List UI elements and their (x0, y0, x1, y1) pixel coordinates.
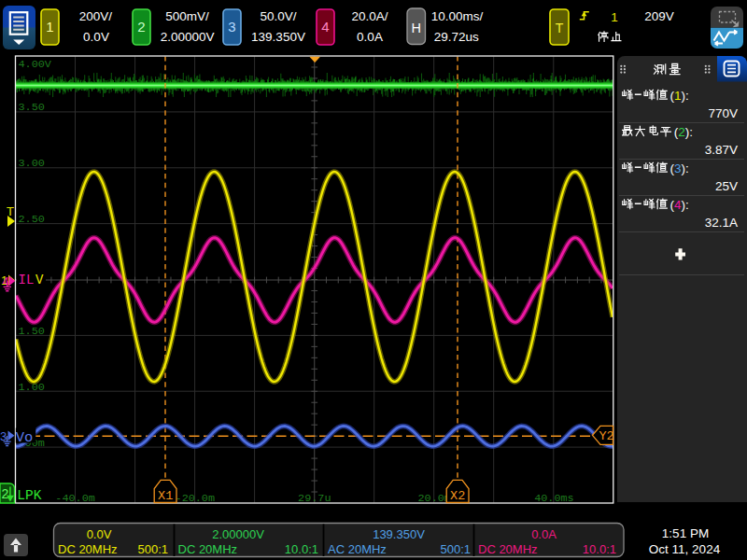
svg-text:3: 3 (0, 429, 7, 443)
svg-text:LPK: LPK (17, 488, 41, 503)
svg-text:2.50: 2.50 (19, 213, 45, 226)
svg-text:200V/: 200V/ (79, 9, 113, 23)
svg-text:2: 2 (137, 19, 145, 35)
svg-text:500:1: 500:1 (137, 542, 168, 556)
svg-text:139.350V: 139.350V (373, 527, 425, 541)
svg-text:X2: X2 (450, 489, 465, 503)
svg-text:10.0:1: 10.0:1 (285, 542, 318, 556)
svg-text:T: T (556, 21, 564, 35)
svg-text:500mV/: 500mV/ (165, 9, 209, 23)
svg-text:50.0V/: 50.0V/ (260, 9, 296, 23)
svg-text:2: 2 (2, 486, 9, 501)
svg-text:2.00000V: 2.00000V (212, 527, 264, 541)
svg-text:DC 20MHz: DC 20MHz (478, 542, 538, 556)
svg-text:0.0A: 0.0A (357, 30, 383, 44)
svg-text:(2):: (2): (674, 125, 693, 139)
svg-text:25V: 25V (715, 179, 738, 193)
svg-text:1: 1 (46, 19, 53, 35)
svg-text:AC 20MHz: AC 20MHz (328, 542, 387, 556)
svg-text:29.72us: 29.72us (434, 30, 479, 44)
svg-text:500:1: 500:1 (440, 542, 471, 556)
svg-text:V: V (35, 273, 44, 287)
svg-text:X1: X1 (158, 489, 173, 503)
svg-text:20.0A/: 20.0A/ (351, 9, 388, 23)
svg-text:DC 20MHz: DC 20MHz (178, 542, 238, 556)
svg-text:Vo: Vo (16, 429, 34, 446)
svg-text:(1):: (1): (669, 89, 688, 103)
svg-text:1.50: 1.50 (19, 325, 45, 338)
svg-text:770V: 770V (708, 106, 738, 120)
svg-text:Y2: Y2 (599, 429, 613, 443)
svg-text:3.50: 3.50 (19, 101, 45, 114)
svg-text:(4):: (4): (669, 198, 688, 212)
svg-text:3.87V: 3.87V (705, 143, 738, 157)
svg-text:DC 20MHz: DC 20MHz (58, 542, 118, 556)
svg-text:IL: IL (19, 273, 35, 287)
svg-text:Oct 11, 2024: Oct 11, 2024 (649, 542, 721, 556)
svg-text:4.00V: 4.00V (19, 58, 52, 71)
svg-text:H: H (411, 21, 420, 35)
svg-text:0.0V: 0.0V (83, 30, 109, 44)
svg-text:2.00000V: 2.00000V (161, 30, 215, 44)
svg-text:3: 3 (228, 19, 235, 35)
svg-text:32.1A: 32.1A (705, 216, 738, 230)
svg-text:209V: 209V (644, 9, 674, 23)
svg-text:0.0A: 0.0A (531, 527, 557, 541)
svg-text:4: 4 (3, 274, 9, 288)
svg-text:139.350V: 139.350V (251, 30, 305, 44)
svg-text:10.00ms/: 10.00ms/ (431, 9, 484, 23)
svg-text:0.0V: 0.0V (87, 527, 112, 541)
svg-text:1:51 PM: 1:51 PM (662, 526, 709, 540)
svg-text:(3):: (3): (669, 161, 688, 175)
svg-text:1: 1 (611, 10, 618, 24)
svg-text:3.00: 3.00 (19, 157, 45, 170)
svg-text:10.0:1: 10.0:1 (583, 542, 616, 556)
svg-text:4: 4 (321, 19, 329, 35)
